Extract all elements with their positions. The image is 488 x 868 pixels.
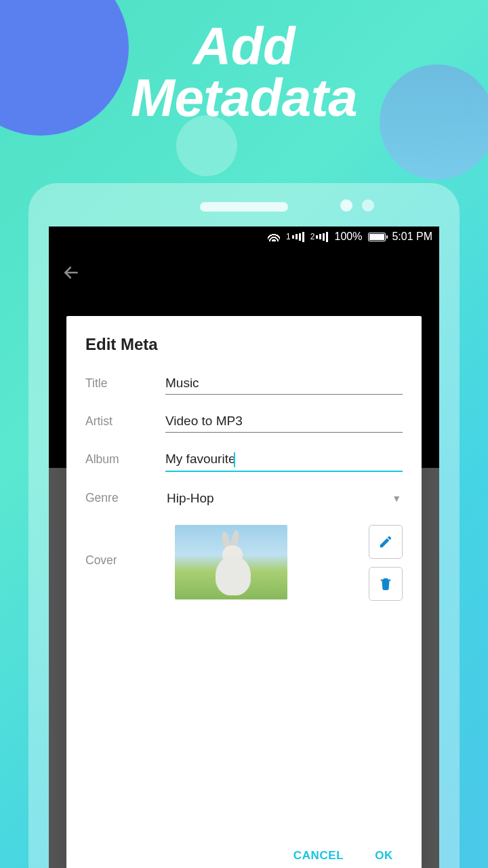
- signal-sim1: 1: [286, 232, 304, 242]
- cover-art-icon: [210, 536, 255, 597]
- form: Title Music Artist Video to MP3 Album My…: [85, 372, 403, 834]
- cover-thumbnail[interactable]: [175, 525, 287, 599]
- pencil-icon: [378, 534, 393, 549]
- genre-select[interactable]: Hip-Hop ▼: [165, 487, 403, 510]
- edit-cover-button[interactable]: [369, 525, 403, 559]
- row-title: Title Music: [85, 372, 403, 395]
- title-field[interactable]: Music: [165, 372, 403, 395]
- chevron-down-icon: ▼: [392, 493, 401, 504]
- row-artist: Artist Video to MP3: [85, 410, 403, 433]
- trash-icon: [378, 576, 393, 591]
- signal-sim2: 2: [310, 232, 329, 242]
- edit-meta-dialog: Edit Meta Title Music Artist Video to MP…: [66, 316, 422, 868]
- cancel-button[interactable]: CANCEL: [293, 849, 344, 863]
- sim1-label: 1: [286, 232, 291, 241]
- delete-cover-button[interactable]: [369, 567, 403, 601]
- genre-value: Hip-Hop: [167, 491, 385, 506]
- label-title: Title: [85, 376, 165, 391]
- label-cover: Cover: [85, 553, 165, 568]
- phone-speaker: [200, 202, 288, 212]
- text-caret: [234, 452, 235, 467]
- title-value: Music: [165, 376, 199, 390]
- dialog-actions: CANCEL OK: [85, 834, 403, 868]
- phone-lens: [362, 199, 374, 212]
- back-icon[interactable]: [62, 263, 80, 286]
- label-artist: Artist: [85, 414, 165, 429]
- label-genre: Genre: [85, 491, 165, 505]
- status-bar: 1 2 100% 5:01 PM: [49, 226, 439, 247]
- phone-frame: 1 2 100% 5:01 PM Edit Meta Title Music: [28, 183, 460, 868]
- row-genre: Genre Hip-Hop ▼: [85, 487, 403, 510]
- hero-line-1: Add: [0, 20, 488, 72]
- dialog-title: Edit Meta: [85, 335, 403, 354]
- battery-percent: 100%: [334, 231, 362, 243]
- sim2-label: 2: [310, 232, 315, 241]
- phone-lens: [340, 199, 352, 212]
- wifi-icon: [268, 232, 280, 241]
- album-field[interactable]: My favourite: [165, 448, 403, 472]
- status-time: 5:01 PM: [392, 231, 432, 243]
- phone-screen: 1 2 100% 5:01 PM Edit Meta Title Music: [49, 226, 439, 868]
- app-toolbar: [49, 247, 439, 302]
- artist-value: Video to MP3: [165, 414, 243, 428]
- hero-line-2: Metadata: [0, 72, 488, 123]
- battery-icon: [368, 233, 386, 241]
- label-album: Album: [85, 452, 165, 467]
- artist-field[interactable]: Video to MP3: [165, 410, 403, 433]
- row-cover: Cover: [85, 525, 403, 601]
- row-album: Album My favourite: [85, 448, 403, 472]
- hero-title: Add Metadata: [0, 20, 488, 124]
- album-value: My favourite: [165, 452, 235, 466]
- ok-button[interactable]: OK: [375, 849, 393, 863]
